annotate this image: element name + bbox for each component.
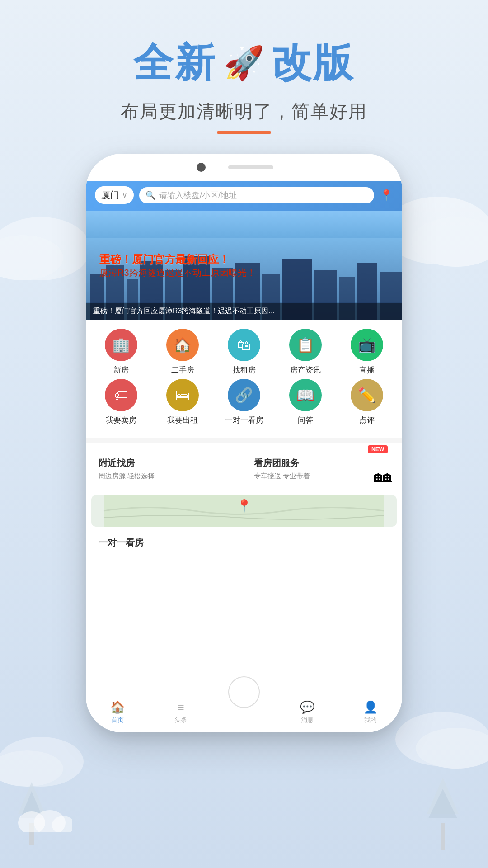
tour-icon: 🏘: [374, 466, 392, 486]
home-icon: 🏠: [110, 700, 125, 714]
map-pin-icon: 📍: [236, 499, 252, 514]
section-row: 附近找房 周边房源 轻松选择 NEW 看房团服务 专车接送 专业带着 🏘: [91, 449, 397, 490]
tour-service-card[interactable]: NEW 看房团服务 专车接送 专业带着 🏘: [247, 449, 397, 490]
nearby-card[interactable]: 附近找房 周边房源 轻松选择: [91, 449, 241, 490]
home-button[interactable]: [228, 676, 260, 708]
header-area: 全新 🚀 改版 布局更加清晰明了，简单好用: [0, 36, 488, 134]
news-label: 房产资讯: [290, 365, 321, 375]
search-bar[interactable]: 🔍 请输入楼盘/小区/地址: [139, 187, 374, 203]
bush-left-icon: [18, 805, 72, 832]
camera-icon: [197, 163, 206, 172]
tour-title: 看房团服务: [254, 457, 389, 469]
one-on-one-section[interactable]: 一对一看房: [91, 530, 397, 555]
rent-out-label: 我要出租: [167, 415, 198, 425]
icon-row-2: 🏷 我要卖房 🛏 我要出租 🔗 一对一看房 📖 问答 ✏️ 点评: [90, 379, 398, 425]
nav-messages-label: 消息: [301, 716, 314, 724]
nav-profile[interactable]: 👤 我的: [339, 700, 402, 724]
nearby-subtitle: 周边房源 轻松选择: [99, 472, 234, 481]
title-part1: 全新: [133, 36, 216, 90]
icon-row-1: 🏢 新房 🏠 二手房 🛍 找租房 📋 房产资讯 📺 直播: [90, 329, 398, 375]
icon-news[interactable]: 📋 房产资讯: [281, 329, 330, 375]
new-house-label: 新房: [113, 365, 129, 375]
nav-home-label: 首页: [111, 716, 124, 724]
icon-rent-out[interactable]: 🛏 我要出租: [158, 379, 207, 425]
tour-subtitle: 专车接送 专业带着: [254, 472, 389, 481]
search-placeholder: 请输入楼盘/小区/地址: [159, 190, 237, 201]
rental-icon: 🛍: [228, 329, 260, 361]
phone-mockup: 厦门 ∨ 🔍 请输入楼盘/小区/地址 📍: [86, 154, 402, 732]
live-label: 直播: [359, 365, 375, 375]
header-title-row: 全新 🚀 改版: [0, 36, 488, 90]
nav-profile-label: 我的: [364, 716, 377, 724]
header-underline: [217, 131, 271, 134]
chevron-down-icon: ∨: [122, 191, 127, 199]
one-on-one-icon: 🔗: [228, 379, 260, 411]
city-selector[interactable]: 厦门 ∨: [95, 186, 134, 204]
news-icon: 📋: [289, 329, 322, 361]
review-icon: ✏️: [351, 379, 383, 411]
one-on-one-title: 一对一看房: [99, 537, 389, 549]
banner-bottom-bar: 重磅！厦门官方回应厦漳R3跨海隧道！迟迟不动工原因...: [86, 303, 402, 320]
sell-label: 我要卖房: [106, 415, 136, 425]
nav-headlines-label: 头条: [174, 716, 187, 724]
rocket-icon: 🚀: [224, 44, 264, 82]
nav-headlines[interactable]: ≡ 头条: [149, 700, 212, 724]
messages-icon: 💬: [300, 700, 314, 714]
qa-icon: 📖: [289, 379, 322, 411]
icon-rental[interactable]: 🛍 找租房: [219, 329, 269, 375]
icon-one-on-one[interactable]: 🔗 一对一看房: [219, 379, 269, 425]
phone-screen: 厦门 ∨ 🔍 请输入楼盘/小区/地址 📍: [86, 181, 402, 732]
rental-label: 找租房: [233, 365, 256, 375]
new-badge: NEW: [368, 445, 388, 453]
profile-icon: 👤: [363, 700, 378, 714]
search-icon: 🔍: [145, 190, 155, 200]
icon-second-hand[interactable]: 🏠 二手房: [158, 329, 207, 375]
icon-review[interactable]: ✏️ 点评: [342, 379, 392, 425]
phone-notch: [86, 154, 402, 181]
nav-home[interactable]: 🏠 首页: [86, 700, 149, 724]
second-hand-label: 二手房: [171, 365, 194, 375]
icon-grid: 🏢 新房 🏠 二手房 🛍 找租房 📋 房产资讯 📺 直播: [86, 320, 402, 438]
icon-sell[interactable]: 🏷 我要卖房: [96, 379, 146, 425]
live-icon: 📺: [351, 329, 383, 361]
bottom-nav: 🏠 首页 ≡ 头条 💬 消息 👤 我的: [86, 692, 402, 732]
second-hand-icon: 🏠: [166, 329, 199, 361]
rent-out-icon: 🛏: [166, 379, 199, 411]
one-on-one-label: 一对一看房: [225, 415, 263, 425]
banner-title-line2: 厦漳R3跨海隧道迟迟不动工原因曝光！: [99, 267, 389, 279]
speaker: [228, 165, 273, 169]
header-subtitle: 布局更加清晰明了，简单好用: [0, 99, 488, 124]
nearby-title: 附近找房: [99, 457, 234, 469]
location-button[interactable]: 📍: [380, 189, 393, 202]
banner[interactable]: 重磅！厦门官方最新回应！ 厦漳R3跨海隧道迟迟不动工原因曝光！ 重磅！厦门官方回…: [86, 211, 402, 320]
new-house-icon: 🏢: [105, 329, 137, 361]
title-part2: 改版: [272, 36, 355, 90]
svg-rect-3: [441, 823, 445, 850]
app-header: 厦门 ∨ 🔍 请输入楼盘/小区/地址 📍: [86, 181, 402, 211]
nav-messages[interactable]: 💬 消息: [276, 700, 339, 724]
tree-right-icon: [420, 773, 465, 850]
headlines-icon: ≡: [177, 700, 184, 714]
review-label: 点评: [359, 415, 375, 425]
map-area[interactable]: 📍: [91, 495, 397, 527]
icon-new-house[interactable]: 🏢 新房: [96, 329, 146, 375]
banner-title-line1: 重磅！厦门官方最新回应！: [99, 252, 389, 267]
qa-label: 问答: [298, 415, 313, 425]
city-name: 厦门: [101, 189, 119, 201]
icon-live[interactable]: 📺 直播: [342, 329, 392, 375]
icon-qa[interactable]: 📖 问答: [281, 379, 330, 425]
sell-icon: 🏷: [105, 379, 137, 411]
